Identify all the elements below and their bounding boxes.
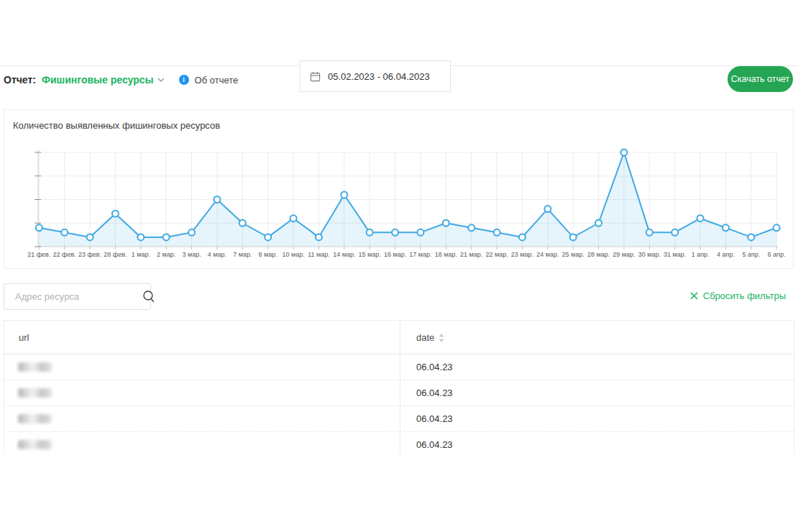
date-cell: 06.04.23: [416, 387, 453, 398]
download-report-button[interactable]: Скачать отчет: [728, 66, 793, 92]
date-cell: 06.04.23: [416, 413, 453, 424]
blurred-url-cell[interactable]: [18, 440, 52, 449]
svg-text:18 мар.: 18 мар.: [435, 251, 457, 258]
svg-text:5 апр.: 5 апр.: [742, 251, 760, 258]
table-row[interactable]: 06.04.23: [4, 380, 794, 406]
table-header-row: url date: [4, 321, 794, 354]
svg-text:25 мар.: 25 мар.: [562, 251, 584, 258]
svg-text:31 мар.: 31 мар.: [664, 251, 686, 258]
svg-text:1 апр.: 1 апр.: [692, 251, 710, 258]
svg-text:28 фев.: 28 фев.: [104, 251, 127, 258]
column-header-url: url: [19, 332, 29, 343]
resource-search-box[interactable]: [4, 283, 151, 310]
column-header-date[interactable]: date: [416, 332, 444, 343]
svg-text:6 апр.: 6 апр.: [768, 251, 786, 258]
svg-text:10 мар.: 10 мар.: [282, 251, 304, 258]
svg-text:22 фев.: 22 фев.: [53, 251, 76, 258]
sort-icon[interactable]: [439, 334, 444, 342]
about-report-link[interactable]: i Об отчете: [179, 75, 239, 86]
svg-text:17 мар.: 17 мар.: [409, 251, 431, 258]
reset-filters-label: Сбросить фильтры: [703, 290, 786, 301]
svg-text:30 мар.: 30 мар.: [638, 251, 661, 258]
date-range-value: 05.02.2023 - 06.04.2023: [328, 71, 430, 82]
calendar-icon: [310, 71, 321, 82]
reset-filters-button[interactable]: Сбросить фильтры: [690, 290, 786, 301]
search-input[interactable]: [4, 291, 142, 302]
svg-text:21 мар.: 21 мар.: [460, 251, 482, 258]
about-report-label: Об отчете: [195, 75, 239, 86]
search-icon[interactable]: [142, 284, 157, 309]
svg-text:3 мар.: 3 мар.: [182, 251, 201, 258]
svg-text:23 мар.: 23 мар.: [511, 251, 533, 258]
svg-text:1 мар.: 1 мар.: [132, 251, 150, 258]
svg-text:7 мар.: 7 мар.: [233, 251, 252, 258]
svg-text:4 апр.: 4 апр.: [717, 251, 735, 258]
report-label: Отчет:: [4, 74, 36, 86]
report-type-dropdown[interactable]: Фишинговые ресурсы: [42, 74, 165, 86]
svg-text:14 мар.: 14 мар.: [333, 251, 355, 258]
svg-text:21 фев.: 21 фев.: [27, 251, 50, 258]
x-icon: [690, 292, 698, 300]
phishing-line-chart: 21 фев.22 фев.23 фев.28 фев.1 мар.2 мар.…: [4, 110, 794, 270]
table-row[interactable]: 06.04.23: [4, 406, 794, 432]
chevron-down-icon: [157, 78, 165, 82]
table-row[interactable]: 06.04.23: [4, 354, 794, 380]
date-cell: 06.04.23: [416, 362, 453, 372]
phishing-report-page: Отчет: Фишинговые ресурсы i Об отчете 05…: [0, 0, 798, 532]
report-type-value[interactable]: Фишинговые ресурсы: [42, 74, 154, 86]
date-cell: 06.04.23: [416, 439, 453, 450]
svg-text:24 мар.: 24 мар.: [536, 251, 559, 258]
column-header-date-label: date: [416, 332, 434, 343]
table-row[interactable]: 06.04.23: [4, 432, 794, 454]
info-icon: i: [179, 75, 189, 85]
svg-text:28 мар.: 28 мар.: [587, 251, 610, 258]
svg-text:29 мар.: 29 мар.: [613, 251, 635, 258]
svg-text:22 мар.: 22 мар.: [485, 251, 508, 258]
svg-text:8 мар.: 8 мар.: [259, 251, 278, 258]
chart-card: Количество выявленных фишинговых ресурсо…: [4, 109, 794, 269]
svg-text:4 мар.: 4 мар.: [208, 251, 226, 258]
svg-text:11 мар.: 11 мар.: [308, 251, 330, 258]
date-range-picker[interactable]: 05.02.2023 - 06.04.2023: [300, 60, 451, 92]
svg-text:2 мар.: 2 мар.: [157, 251, 175, 258]
results-table: url date 06.04.23 06.04.23 06.04.23: [4, 320, 794, 454]
blurred-url-cell[interactable]: [18, 362, 52, 372]
svg-text:23 фев.: 23 фев.: [78, 251, 101, 258]
svg-text:15 мар.: 15 мар.: [359, 251, 381, 258]
blurred-url-cell[interactable]: [18, 414, 52, 423]
svg-text:16 мар.: 16 мар.: [384, 251, 406, 258]
blurred-url-cell[interactable]: [18, 388, 52, 398]
